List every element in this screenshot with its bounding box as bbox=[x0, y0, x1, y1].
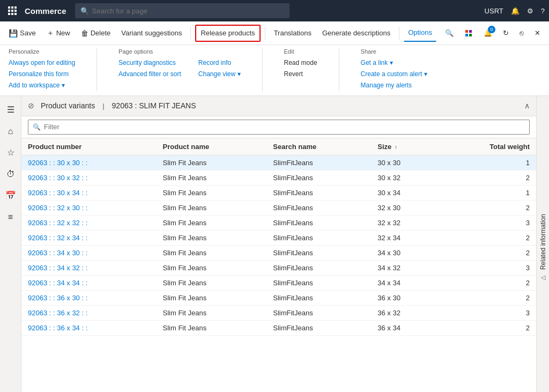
sidebar-calendar-icon[interactable]: 📅 bbox=[1, 186, 20, 205]
record-info[interactable]: Record info bbox=[198, 58, 241, 68]
user-label[interactable]: USRT bbox=[485, 7, 503, 15]
table-row: 92063 : : 30 x 30 : :Slim Fit JeansSlimF… bbox=[21, 155, 536, 170]
manage-alerts[interactable]: Manage my alerts bbox=[361, 80, 427, 91]
collapse-button[interactable]: ∧ bbox=[524, 101, 530, 110]
search-name-cell: SlimFitJeans bbox=[266, 320, 371, 335]
search-name-cell: SlimFitJeans bbox=[266, 215, 371, 230]
svg-rect-12 bbox=[469, 34, 472, 36]
bell-icon[interactable]: 🔔 bbox=[511, 7, 520, 15]
new-button[interactable]: ＋ New bbox=[42, 25, 75, 42]
revert[interactable]: Revert bbox=[284, 69, 317, 79]
options-button[interactable]: Options bbox=[404, 25, 436, 42]
overflow-toolbar: Personalize Always open for editing Pers… bbox=[0, 45, 549, 96]
app-grid-icon[interactable] bbox=[4, 3, 20, 19]
advanced-filter[interactable]: Advanced filter or sort bbox=[118, 69, 181, 79]
always-open-editing[interactable]: Always open for editing bbox=[9, 58, 75, 68]
table-row: 92063 : : 36 x 32 : :Slim Fit JeansSlimF… bbox=[21, 305, 536, 320]
col-total-weight[interactable]: Total weight bbox=[437, 138, 536, 156]
svg-rect-11 bbox=[465, 34, 468, 36]
office-icon-button[interactable] bbox=[460, 25, 477, 42]
product-number-cell[interactable]: 92063 : : 32 x 34 : : bbox=[21, 230, 157, 245]
refresh-button[interactable]: ↻ bbox=[499, 25, 513, 42]
search-name-cell: SlimFitJeans bbox=[266, 275, 371, 290]
security-diagnostics[interactable]: Security diagnostics bbox=[118, 58, 181, 68]
table-body: 92063 : : 30 x 30 : :Slim Fit JeansSlimF… bbox=[21, 155, 536, 335]
right-panel-arrow: ◁ bbox=[541, 274, 545, 281]
left-sidebar: ☰ ⌂ ☆ ⏱ 📅 ≡ bbox=[0, 96, 21, 392]
search-input[interactable] bbox=[92, 7, 284, 15]
edit-title: Edit bbox=[284, 48, 317, 55]
product-number-cell[interactable]: 92063 : : 32 x 32 : : bbox=[21, 215, 157, 230]
size-cell: 36 x 30 bbox=[371, 290, 437, 305]
product-name-cell: Slim Fit Jeans bbox=[157, 260, 267, 275]
product-number-cell[interactable]: 92063 : : 34 x 34 : : bbox=[21, 275, 157, 290]
main-layout: ☰ ⌂ ☆ ⏱ 📅 ≡ ⊘ Product variants | 92063 :… bbox=[0, 96, 549, 392]
svg-rect-1 bbox=[11, 6, 13, 9]
get-a-link[interactable]: Get a link ▾ bbox=[361, 58, 427, 68]
col-size[interactable]: Size ↑ bbox=[371, 138, 437, 156]
table-row: 92063 : : 30 x 34 : :Slim Fit JeansSlimF… bbox=[21, 185, 536, 200]
open-new-button[interactable]: ⎋ bbox=[515, 25, 528, 42]
search-name-cell: SlimFitJeans bbox=[266, 260, 371, 275]
notification-badge-button[interactable]: 🔔 0 bbox=[479, 25, 496, 42]
personalize-title: Personalize bbox=[9, 48, 75, 55]
delete-button[interactable]: 🗑 Delete bbox=[77, 25, 115, 42]
col-search-name[interactable]: Search name bbox=[266, 138, 371, 156]
save-button[interactable]: 💾 Save bbox=[4, 25, 40, 42]
translations-button[interactable]: Translations bbox=[270, 25, 316, 42]
product-number-cell[interactable]: 92063 : : 36 x 34 : : bbox=[21, 320, 157, 335]
col-product-name[interactable]: Product name bbox=[157, 138, 267, 156]
search-box[interactable]: 🔍 bbox=[75, 3, 290, 18]
table-header-row: Product number Product name Search name … bbox=[21, 138, 536, 156]
svg-rect-2 bbox=[14, 6, 17, 9]
product-number-cell[interactable]: 92063 : : 30 x 30 : : bbox=[21, 155, 157, 170]
sep2 bbox=[262, 48, 263, 91]
search-toolbar-button[interactable]: 🔍 bbox=[441, 25, 458, 42]
toolbar-separator bbox=[190, 27, 191, 40]
total-weight-cell: 2 bbox=[437, 320, 536, 335]
table-row: 92063 : : 32 x 32 : :Slim Fit JeansSlimF… bbox=[21, 215, 536, 230]
product-number-cell[interactable]: 92063 : : 36 x 30 : : bbox=[21, 290, 157, 305]
generate-descriptions-button[interactable]: Generate descriptions bbox=[318, 25, 395, 42]
product-number-cell[interactable]: 92063 : : 30 x 32 : : bbox=[21, 170, 157, 185]
col-product-number[interactable]: Product number bbox=[21, 138, 157, 156]
related-information-panel[interactable]: Related information ◁ bbox=[536, 96, 549, 392]
sidebar-clock-icon[interactable]: ⏱ bbox=[1, 165, 20, 184]
filter-input[interactable] bbox=[44, 123, 525, 131]
personalize-form[interactable]: Personalize this form bbox=[9, 69, 75, 79]
gear-icon[interactable]: ⚙ bbox=[527, 7, 533, 15]
product-name-cell: Slim Fit Jeans bbox=[157, 305, 267, 320]
sidebar-home-icon[interactable]: ⌂ bbox=[1, 122, 20, 141]
product-name-cell: Slim Fit Jeans bbox=[157, 245, 267, 260]
app-name: Commerce bbox=[25, 6, 66, 16]
sidebar-menu-icon[interactable]: ☰ bbox=[1, 100, 20, 120]
filter-icon[interactable]: ⊘ bbox=[28, 101, 34, 110]
chevron-down-icon: ▾ bbox=[62, 82, 65, 89]
release-products-button[interactable]: Release products bbox=[195, 25, 260, 42]
page-title: 92063 : SLIM FIT JEANS bbox=[112, 101, 196, 110]
read-mode[interactable]: Read mode bbox=[284, 58, 317, 68]
product-number-cell[interactable]: 92063 : : 34 x 30 : : bbox=[21, 245, 157, 260]
total-weight-cell: 2 bbox=[437, 290, 536, 305]
product-number-cell[interactable]: 92063 : : 34 x 32 : : bbox=[21, 260, 157, 275]
chevron-down-icon-3: ▾ bbox=[390, 59, 393, 66]
share-section: Share Get a link ▾ Create a custom alert… bbox=[361, 48, 427, 91]
filter-search-icon: 🔍 bbox=[33, 123, 41, 131]
variant-suggestions-button[interactable]: Variant suggestions bbox=[117, 25, 186, 42]
change-view[interactable]: Change view ▾ bbox=[198, 69, 241, 79]
product-name-cell: Slim Fit Jeans bbox=[157, 215, 267, 230]
size-cell: 32 x 34 bbox=[371, 230, 437, 245]
create-custom-alert[interactable]: Create a custom alert ▾ bbox=[361, 69, 427, 79]
size-cell: 32 x 32 bbox=[371, 215, 437, 230]
close-button[interactable]: ✕ bbox=[530, 25, 545, 42]
product-number-cell[interactable]: 92063 : : 30 x 34 : : bbox=[21, 185, 157, 200]
sidebar-list-icon[interactable]: ≡ bbox=[1, 208, 20, 227]
total-weight-cell: 3 bbox=[437, 305, 536, 320]
search-name-cell: SlimFitJeans bbox=[266, 290, 371, 305]
add-to-workspace[interactable]: Add to workspace ▾ bbox=[9, 80, 75, 91]
product-number-cell[interactable]: 92063 : : 32 x 30 : : bbox=[21, 200, 157, 215]
product-number-cell[interactable]: 92063 : : 36 x 32 : : bbox=[21, 305, 157, 320]
sidebar-star-icon[interactable]: ☆ bbox=[1, 143, 20, 162]
product-variants-table: Product number Product name Search name … bbox=[21, 138, 536, 336]
help-icon[interactable]: ? bbox=[541, 7, 545, 15]
